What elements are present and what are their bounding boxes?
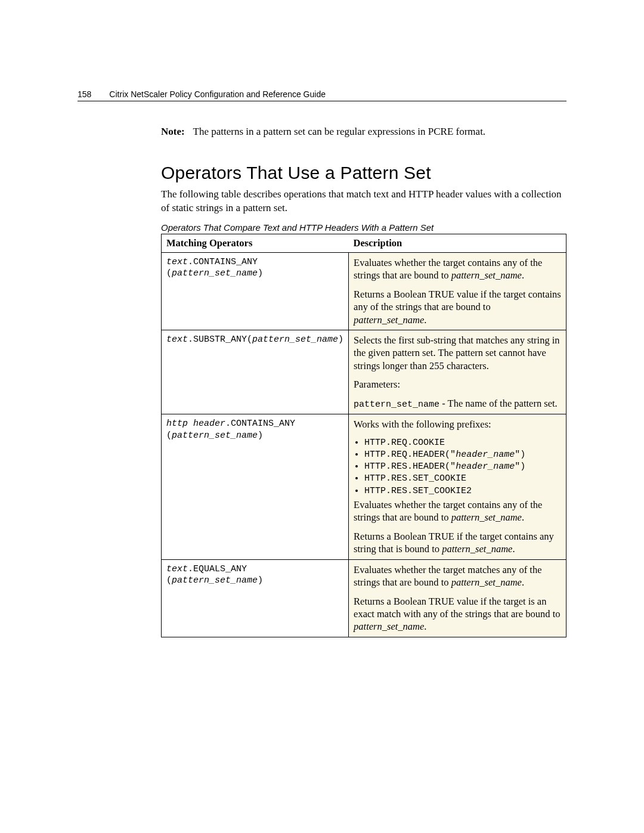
param-ref: pattern_set_name [451,577,522,588]
text: ") [515,462,525,472]
list-item: HTTP.RES.SET_COOKIE [364,473,561,485]
description-paragraph: Parameters: [354,378,561,391]
table-row: http header.CONTAINS_ANY (pattern_set_na… [162,414,566,559]
page-header: 158 Citrix NetScaler Policy Configuratio… [78,89,566,101]
text: HTTP.RES.HEADER(" [364,462,456,472]
note-text: The patterns in a pattern set can be reg… [193,126,486,137]
section-title: Operators That Use a Pattern Set [161,163,566,183]
description-cell: Works with the following prefixes: HTTP.… [349,414,566,559]
operator-cell: http header.CONTAINS_ANY (pattern_set_na… [162,414,349,559]
text: HTTP.REQ.HEADER(" [364,450,456,460]
page-number: 158 [78,89,109,99]
description-paragraph: Returns a Boolean TRUE value if the targ… [354,595,561,633]
col-header-description: Description [349,234,566,252]
operator-suffix: ) [258,268,263,278]
operator-suffix: ) [258,575,263,586]
note-label: Note: [161,126,191,137]
param-ref: header_name [456,462,515,472]
param-ref: pattern_set_name [442,543,512,555]
operator-cell: text.EQUALS_ANY (pattern_set_name) [162,559,349,637]
description-paragraph: Selects the first sub-string that matche… [354,334,561,372]
content-area: Note: The patterns in a pattern set can … [161,125,566,637]
text: - The name of the pattern set. [439,398,558,409]
text: . [522,270,524,281]
text: . [512,543,515,555]
operator-cell: text.SUBSTR_ANY(pattern_set_name) [162,330,349,414]
operator-prefix: text [166,335,188,345]
list-item: HTTP.REQ.COOKIE [364,437,561,449]
text: Returns a Boolean TRUE value if the targ… [354,596,560,620]
description-paragraph: Returns a Boolean TRUE if the target con… [354,530,561,556]
description-paragraph: Works with the following prefixes: [354,418,561,431]
document-title: Citrix NetScaler Policy Configuration an… [109,89,326,99]
operator-param: pattern_set_name [172,431,258,441]
description-cell: Selects the first sub-string that matche… [349,330,566,414]
operator-prefix: http header [166,419,225,429]
description-cell: Evaluates whether the target contains an… [349,252,566,330]
description-paragraph: Evaluates whether the target matches any… [354,563,561,589]
operator-param: pattern_set_name [172,268,258,278]
description-cell: Evaluates whether the target matches any… [349,559,566,637]
text: . [424,314,426,326]
note-paragraph: Note: The patterns in a pattern set can … [161,125,566,139]
text: . [522,512,524,523]
table-row: text.SUBSTR_ANY(pattern_set_name) Select… [162,330,566,414]
text: . [522,577,524,588]
operator-prefix: text [166,564,188,574]
param-ref: header_name [456,450,515,460]
table-header-row: Matching Operators Description [162,234,566,252]
operator-cell: text.CONTAINS_ANY (pattern_set_name) [162,252,349,330]
operator-param: pattern_set_name [172,575,258,586]
text: Returns a Boolean TRUE value if the targ… [354,289,561,312]
description-paragraph: Evaluates whether the target contains an… [354,256,561,282]
operator-param: pattern_set_name [252,335,338,345]
param-name: pattern_set_name [354,400,439,410]
operator-suffix: ) [258,431,263,441]
section-intro: The following table describes operations… [161,188,566,215]
page: 158 Citrix NetScaler Policy Configuratio… [0,0,644,697]
param-ref: pattern_set_name [451,270,522,281]
description-paragraph: Returns a Boolean TRUE value if the targ… [354,288,561,326]
col-header-operators: Matching Operators [162,234,349,252]
operator-prefix: text [166,257,188,267]
param-ref: pattern_set_name [354,621,424,632]
text: . [424,621,426,632]
table-caption: Operators That Compare Text and HTTP Hea… [161,222,566,233]
text: ") [515,450,525,460]
table-row: text.EQUALS_ANY (pattern_set_name) Evalu… [162,559,566,637]
description-paragraph: Evaluates whether the target contains an… [354,498,561,524]
operator-name: .SUBSTR_ANY( [188,335,252,345]
table-row: text.CONTAINS_ANY (pattern_set_name) Eva… [162,252,566,330]
list-item: HTTP.REQ.HEADER("header_name") [364,449,561,461]
list-item: HTTP.RES.HEADER("header_name") [364,461,561,473]
list-item: HTTP.RES.SET_COOKIE2 [364,485,561,497]
prefix-list: HTTP.REQ.COOKIE HTTP.REQ.HEADER("header_… [354,437,561,497]
param-ref: pattern_set_name [354,314,424,326]
operators-table: Matching Operators Description text.CONT… [161,234,566,637]
operator-suffix: ) [338,335,343,345]
param-ref: pattern_set_name [451,512,522,523]
description-paragraph: pattern_set_name - The name of the patte… [354,397,561,411]
